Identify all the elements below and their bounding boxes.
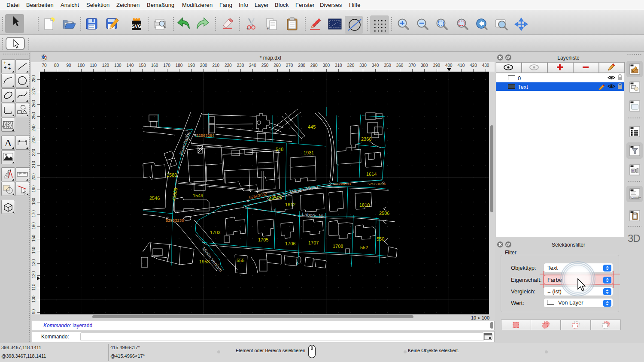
svg-text:1708: 1708 bbox=[333, 244, 343, 249]
svg-text:1614: 1614 bbox=[366, 172, 377, 177]
svg-text:1931: 1931 bbox=[304, 150, 314, 155]
svg-text:1612: 1612 bbox=[285, 202, 295, 207]
svg-text:445: 445 bbox=[308, 124, 316, 130]
svg-text:52563694: 52563694 bbox=[368, 181, 386, 186]
svg-text:52563693: 52563693 bbox=[333, 181, 351, 186]
svg-text:+: + bbox=[8, 66, 11, 71]
svg-text:555: 555 bbox=[237, 258, 244, 263]
svg-text:1810: 1810 bbox=[359, 202, 370, 208]
svg-text:52563236: 52563236 bbox=[166, 218, 184, 223]
svg-text:548: 548 bbox=[276, 147, 283, 152]
svg-text:1953: 1953 bbox=[199, 259, 210, 264]
svg-text:1703: 1703 bbox=[210, 230, 220, 235]
svg-text:2506: 2506 bbox=[379, 211, 389, 216]
svg-text:1707: 1707 bbox=[308, 240, 319, 245]
svg-text:550: 550 bbox=[377, 236, 384, 241]
svg-text:1580: 1580 bbox=[167, 172, 177, 178]
svg-text:SVG: SVG bbox=[131, 24, 141, 29]
svg-text:1549: 1549 bbox=[193, 193, 203, 198]
svg-text:52563284: 52563284 bbox=[196, 133, 214, 138]
svg-text:c_command: c_command bbox=[631, 196, 641, 199]
svg-text:A: A bbox=[4, 137, 12, 148]
svg-text:+: + bbox=[267, 27, 269, 30]
svg-text:552: 552 bbox=[360, 245, 368, 250]
svg-text:1705: 1705 bbox=[258, 237, 268, 242]
svg-text:+: + bbox=[246, 27, 249, 30]
svg-text:2360: 2360 bbox=[361, 136, 371, 142]
svg-text:1706: 1706 bbox=[285, 241, 295, 246]
svg-text:2546: 2546 bbox=[149, 196, 160, 201]
svg-text:+: + bbox=[4, 65, 6, 70]
